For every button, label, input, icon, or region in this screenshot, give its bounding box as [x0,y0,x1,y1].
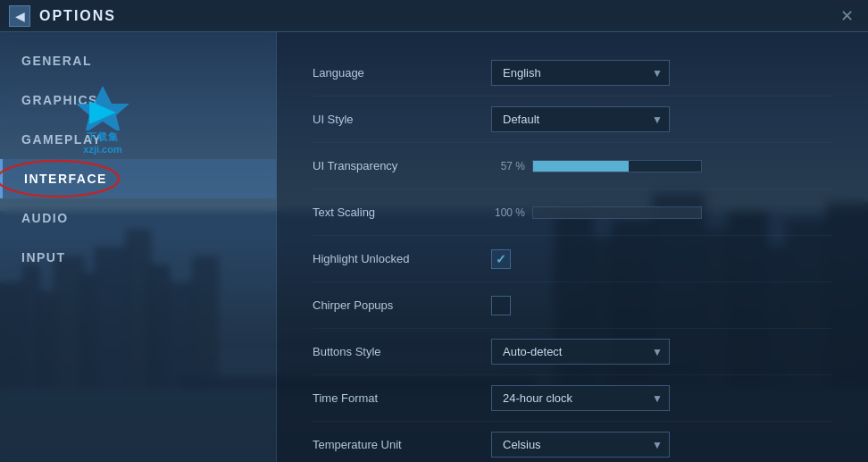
sidebar-item-gameplay[interactable]: GAMEPLAY [0,120,276,159]
sidebar-item-audio[interactable]: AUDIO [0,198,276,238]
chirper-popups-control [491,296,832,315]
buttons-style-dropdown-wrapper[interactable]: Auto-detect Mouse Controller ▼ [491,339,670,365]
content-area: 下载集 xzji.com GENERAL GRAPHICS GAMEPLAY I… [0,32,868,462]
text-scaling-row: Text Scaling 100 % [313,189,832,236]
text-scaling-slider-container: 100 % [491,206,702,219]
buttons-style-control: Auto-detect Mouse Controller ▼ [491,339,832,365]
time-format-row: Time Format 24-hour clock 12-hour clock … [313,375,832,422]
sidebar-item-graphics[interactable]: GRAPHICS [0,80,276,120]
ui-transparency-control: 57 % [491,160,832,172]
language-dropdown-wrapper[interactable]: English French German Spanish ▼ [491,60,670,86]
back-button[interactable]: ◀ [9,5,30,27]
language-label: Language [313,66,491,80]
ui-transparency-slider[interactable] [532,160,702,172]
highlight-unlocked-row: Highlight Unlocked ✓ [313,236,832,282]
temperature-unit-label: Temperature Unit [313,438,491,451]
buttons-style-select[interactable]: Auto-detect Mouse Controller [491,339,670,365]
sidebar-item-input[interactable]: INPUT [0,238,276,277]
text-scaling-value: 100 % [491,206,525,219]
ui-style-select[interactable]: Default Classic Modern [491,106,670,132]
checkmark-icon: ✓ [496,252,506,266]
language-row: Language English French German Spanish ▼ [313,50,832,97]
ui-transparency-slider-container: 57 % [491,160,702,172]
close-button[interactable]: ✕ [834,4,859,29]
time-format-label: Time Format [313,391,491,405]
page-title: OPTIONS [39,8,116,24]
main-panel: Language English French German Spanish ▼ [277,32,868,462]
ui-transparency-row: UI Transparency 57 % [313,143,832,189]
temperature-unit-select[interactable]: Celsius Fahrenheit [491,432,670,458]
text-scaling-fill [533,207,701,218]
highlight-unlocked-label: Highlight Unlocked [313,252,491,265]
chirper-popups-row: Chirper Popups [313,282,832,329]
chirper-popups-checkbox[interactable] [491,296,511,315]
text-scaling-slider[interactable] [532,206,702,219]
temperature-unit-control: Celsius Fahrenheit ▼ [491,432,832,458]
sidebar: 下载集 xzji.com GENERAL GRAPHICS GAMEPLAY I… [0,32,277,462]
time-format-dropdown-wrapper[interactable]: 24-hour clock 12-hour clock ▼ [491,385,670,411]
ui-transparency-value: 57 % [491,160,525,172]
time-format-control: 24-hour clock 12-hour clock ▼ [491,385,832,411]
text-scaling-label: Text Scaling [313,206,491,219]
language-select[interactable]: English French German Spanish [491,60,670,86]
chirper-popups-label: Chirper Popups [313,298,491,312]
highlight-unlocked-control: ✓ [491,249,832,269]
temperature-unit-row: Temperature Unit Celsius Fahrenheit ▼ [313,422,832,462]
ui-style-row: UI Style Default Classic Modern ▼ [313,97,832,143]
time-format-select[interactable]: 24-hour clock 12-hour clock [491,385,670,411]
temperature-unit-dropdown-wrapper[interactable]: Celsius Fahrenheit ▼ [491,432,670,458]
buttons-style-row: Buttons Style Auto-detect Mouse Controll… [313,329,832,375]
sidebar-item-interface[interactable]: INTERFACE [0,159,276,198]
text-scaling-control: 100 % [491,206,832,219]
language-control: English French German Spanish ▼ [491,60,832,86]
ui-style-control: Default Classic Modern ▼ [491,106,832,132]
ui-style-dropdown-wrapper[interactable]: Default Classic Modern ▼ [491,106,670,132]
ui-style-label: UI Style [313,113,491,126]
ui-transparency-label: UI Transparency [313,159,491,172]
sidebar-item-general[interactable]: GENERAL [0,41,276,80]
ui-transparency-fill [533,161,629,172]
highlight-unlocked-checkbox[interactable]: ✓ [491,249,511,269]
buttons-style-label: Buttons Style [313,345,491,358]
title-bar: ◀ OPTIONS ✕ [0,0,868,32]
